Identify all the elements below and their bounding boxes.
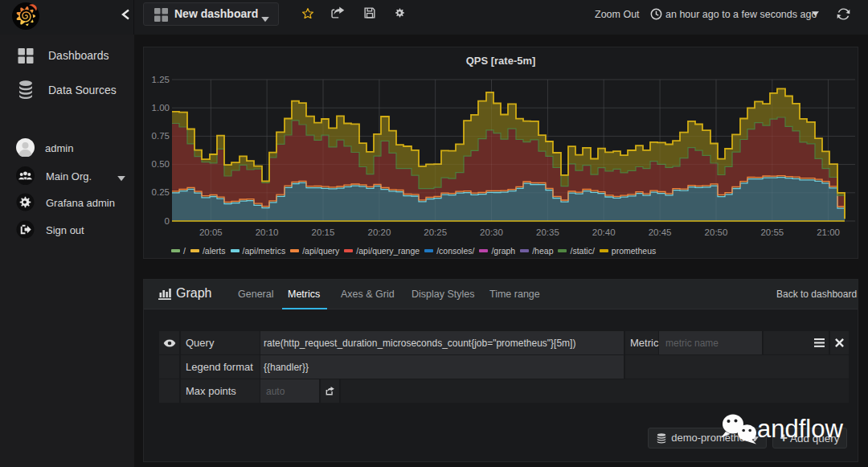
svg-text:20:40: 20:40 [592, 227, 616, 237]
svg-text:20:15: 20:15 [312, 227, 335, 237]
svg-text:0.25: 0.25 [152, 187, 170, 197]
svg-text:20:55: 20:55 [760, 227, 784, 237]
svg-text:0.50: 0.50 [152, 159, 170, 169]
svg-text:1.00: 1.00 [152, 103, 170, 113]
svg-text:21:00: 21:00 [817, 227, 840, 237]
svg-text:0: 0 [165, 216, 170, 226]
svg-text:20:05: 20:05 [199, 227, 223, 237]
svg-text:20:30: 20:30 [480, 227, 503, 237]
svg-text:20:25: 20:25 [424, 227, 447, 237]
svg-text:1.25: 1.25 [152, 75, 170, 84]
svg-text:20:35: 20:35 [536, 227, 559, 237]
svg-text:20:10: 20:10 [256, 227, 279, 237]
svg-text:0.75: 0.75 [152, 131, 170, 141]
svg-text:20:50: 20:50 [705, 227, 728, 237]
svg-text:20:20: 20:20 [368, 227, 391, 237]
svg-text:20:45: 20:45 [649, 227, 672, 237]
